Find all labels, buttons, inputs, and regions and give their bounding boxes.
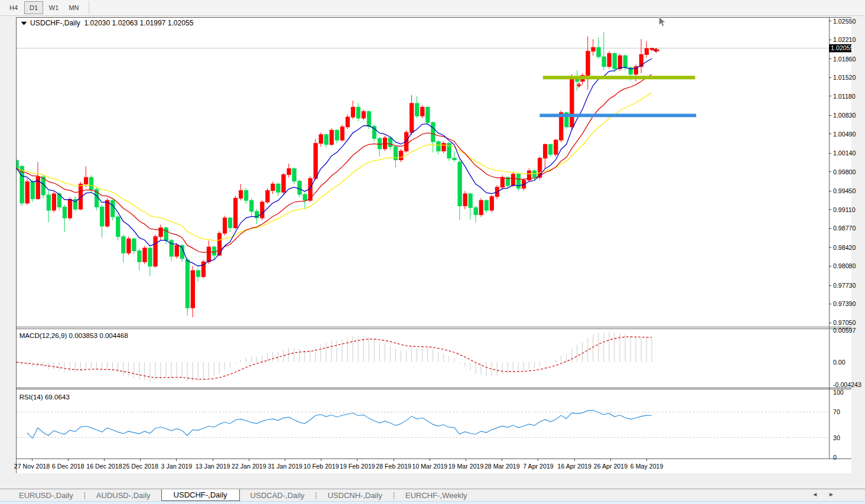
price-tick-label: 0.97050 bbox=[833, 319, 856, 326]
price-tick-label: 0.97390 bbox=[833, 300, 856, 307]
timeframe-toolbar: H4 D1 W1 MN bbox=[0, 0, 865, 16]
chart-window[interactable]: 1.025501.022101.018601.015201.011801.008… bbox=[0, 15, 865, 489]
chart-tab-usdchf[interactable]: USDCHF-,Daily bbox=[161, 489, 240, 501]
price-tick-label: 0.98080 bbox=[833, 262, 856, 269]
price-tick-label: 1.02550 bbox=[833, 18, 856, 25]
macd-tick-label: 0.00597 bbox=[833, 327, 856, 334]
timeframe-button-w1[interactable]: W1 bbox=[44, 1, 63, 14]
date-label: 6 Dec 2018 bbox=[52, 463, 84, 470]
price-tick-label: 0.98770 bbox=[833, 225, 856, 232]
status-strip bbox=[0, 501, 865, 504]
date-label: 19 Feb 2019 bbox=[340, 463, 375, 470]
macd-indicator-label: MACD(12,26,9) 0.003853 0.004468 bbox=[19, 331, 128, 339]
rsi-tick-label: 0 bbox=[833, 454, 837, 461]
date-label: 16 Apr 2019 bbox=[558, 463, 591, 470]
current-price-badge: 1.02055 bbox=[829, 44, 853, 53]
date-label: 6 May 2019 bbox=[630, 463, 664, 470]
rsi-tick-label: 30 bbox=[833, 434, 840, 441]
tab-scroll-arrows[interactable]: ◄► bbox=[812, 491, 845, 498]
tab-scroll-left-icon[interactable]: ◄ bbox=[812, 491, 828, 498]
date-label: 3 Jan 2019 bbox=[161, 463, 193, 470]
timeframe-button-h4[interactable]: H4 bbox=[4, 1, 23, 14]
price-tick-label: 0.99110 bbox=[833, 206, 856, 213]
date-label: 10 Mar 2019 bbox=[412, 463, 447, 470]
date-label: 7 Apr 2019 bbox=[523, 463, 554, 470]
svg-text:1.02055: 1.02055 bbox=[831, 44, 854, 51]
rsi-tick-label: 70 bbox=[833, 408, 840, 415]
price-tick-label: 0.97730 bbox=[833, 282, 856, 289]
date-label: 28 Mar 2019 bbox=[484, 463, 520, 470]
chart-tab-audusd[interactable]: AUDUSD-,Daily bbox=[86, 489, 161, 501]
chart-tab-usdcnh[interactable]: USDCNH-,Daily bbox=[317, 489, 392, 501]
chart-title: USDCHF-,Daily 1.02030 1.02063 1.01997 1.… bbox=[30, 19, 194, 27]
price-tick-label: 1.01860 bbox=[833, 56, 856, 63]
date-label: 26 Apr 2019 bbox=[594, 463, 627, 470]
price-tick-label: 1.00490 bbox=[833, 131, 856, 138]
timeframe-button-mn[interactable]: MN bbox=[64, 1, 83, 14]
date-label: 16 Dec 2018 bbox=[86, 463, 122, 470]
toolbar-separator bbox=[89, 1, 89, 14]
macd-tick-label: -0.004243 bbox=[833, 381, 861, 388]
tab-scroll-right-icon[interactable]: ► bbox=[828, 491, 845, 498]
date-label: 25 Dec 2018 bbox=[122, 463, 158, 470]
date-label: 31 Jan 2019 bbox=[268, 463, 303, 470]
date-label: 28 Feb 2019 bbox=[376, 463, 411, 470]
date-label: 13 Jan 2019 bbox=[196, 463, 230, 470]
chart-tab-eurusd[interactable]: EURUSD-,Daily bbox=[8, 489, 84, 501]
price-tick-label: 0.99800 bbox=[833, 168, 856, 175]
date-label: 22 Jan 2019 bbox=[232, 463, 266, 470]
rsi-indicator-label: RSI(14) 69.0643 bbox=[19, 393, 70, 401]
price-tick-label: 1.01520 bbox=[833, 74, 856, 81]
rsi-tick-label: 100 bbox=[833, 389, 844, 396]
timeframe-button-d1[interactable]: D1 bbox=[24, 1, 43, 14]
price-tick-label: 1.01180 bbox=[833, 93, 856, 100]
price-tick-label: 0.98420 bbox=[833, 244, 856, 251]
chart-tab-usdcad[interactable]: USDCAD-,Daily bbox=[240, 489, 316, 501]
price-tick-label: 1.00830 bbox=[833, 112, 856, 119]
price-tick-label: 0.99450 bbox=[833, 187, 856, 194]
date-label: 27 Nov 2018 bbox=[14, 463, 50, 470]
chart-tabbar: EURUSD-,Daily|AUDUSD-,DailyUSDCHF-,Daily… bbox=[0, 489, 865, 504]
chart-tab-eurchf[interactable]: EURCHF-,Weekly bbox=[395, 489, 478, 501]
date-label: 10 Feb 2019 bbox=[304, 463, 339, 470]
price-tick-label: 1.02210 bbox=[833, 36, 856, 43]
macd-tick-label: 0.00 bbox=[833, 359, 846, 366]
price-tick-label: 1.00140 bbox=[833, 149, 856, 157]
date-label: 19 Mar 2019 bbox=[448, 463, 484, 470]
